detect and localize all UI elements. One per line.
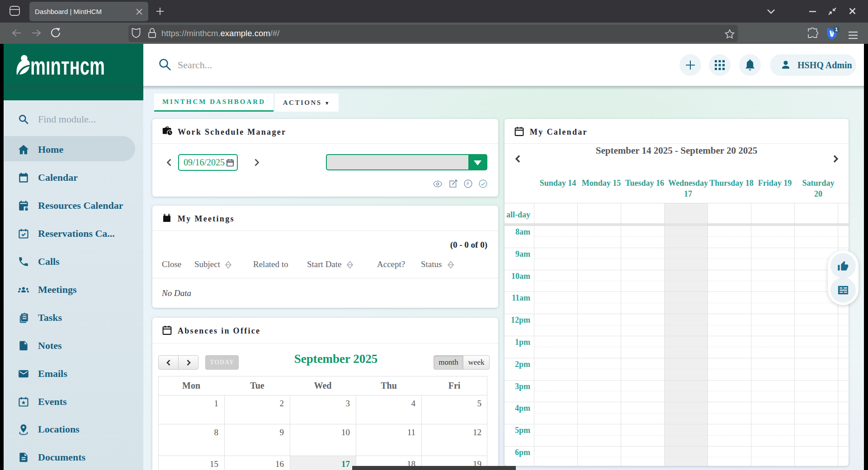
svg-text:1: 1 (835, 27, 838, 32)
